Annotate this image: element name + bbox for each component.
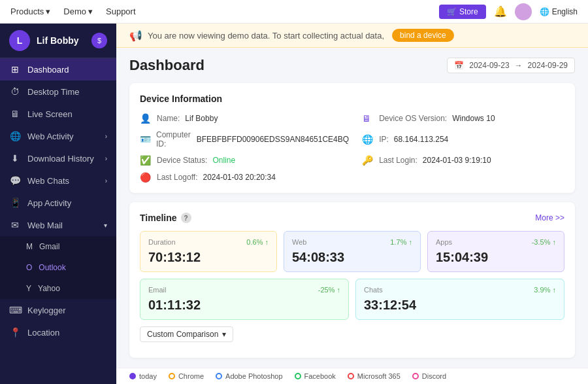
last-login-row: 🔑 Last Login: 2024-01-03 9:19:10	[362, 155, 564, 166]
sidebar-username: Lif Bobby	[37, 35, 79, 46]
nav-support[interactable]: Support	[106, 7, 136, 16]
computer-id-row: 🪪 Computer ID: BFEBFBFFD00906EDSS9AN8465…	[140, 130, 349, 148]
chat-icon: 💬	[9, 175, 21, 186]
date-range-picker[interactable]: 📅 2024-09-23 → 2024-09-29	[447, 58, 575, 73]
timeline-card-web: Web 1.7% ↑ 54:08:33	[284, 231, 421, 272]
chevron-right-icon: ›	[105, 155, 107, 162]
status-icon: ✅	[140, 155, 152, 166]
location-icon: 📍	[9, 327, 21, 338]
legend-adobe: Adobe Photoshop	[216, 372, 282, 380]
avatar[interactable]	[515, 3, 532, 20]
monitor-icon: 🖥	[362, 113, 374, 124]
clock-icon: ⏱	[9, 86, 21, 97]
timeline-card-apps: Apps -3.5% ↑ 15:04:39	[427, 231, 564, 272]
sidebar-item-web-activity[interactable]: 🌐 Web Activity ›	[0, 125, 116, 147]
comparison-row: Custom Comparison ▾	[140, 326, 564, 347]
timeline-header: Timeline ? More >>	[140, 213, 564, 223]
device-name-row: 👤 Name: Lif Bobby	[140, 113, 349, 124]
bind-device-button[interactable]: bind a device	[392, 29, 454, 42]
device-info-grid: 👤 Name: Lif Bobby 🖥 Device OS Version: W…	[140, 113, 564, 183]
id-icon: 🪪	[140, 134, 151, 145]
store-button[interactable]: 🛒 Store	[439, 5, 486, 19]
timeline-grid-top: Duration 0.6% ↑ 70:13:12 Web 1.7% ↑ 54:0…	[140, 231, 564, 272]
sidebar-item-label: Web Mail	[27, 220, 63, 230]
timeline-grid-bottom: Email -25% ↑ 01:11:32 Chats 3.9% ↑ 33:12…	[140, 279, 564, 320]
megaphone-icon: 📢	[129, 29, 142, 42]
sidebar: L Lif Bobby $ ⊞ Dashboard ⏱ Desktop Time…	[0, 24, 116, 384]
sidebar-item-outlook[interactable]: O Outlook	[0, 257, 116, 278]
sidebar-item-label: Download History	[27, 154, 94, 164]
legend-discord: Discord	[412, 372, 446, 380]
sidebar-item-label: Gmail	[39, 242, 59, 251]
device-os-row: 🖥 Device OS Version: Windows 10	[362, 113, 564, 124]
legend-dot-today	[129, 373, 136, 379]
sidebar-item-app-activity[interactable]: 📱 App Activity	[0, 192, 116, 214]
globe-icon: 🌐	[540, 7, 549, 16]
custom-comparison-dropdown[interactable]: Custom Comparison ▾	[140, 326, 233, 342]
notification-icon[interactable]: 🔔	[494, 5, 507, 18]
nav-products[interactable]: Products ▾	[10, 7, 50, 16]
more-link[interactable]: More >>	[535, 213, 564, 222]
date-to: 2024-09-29	[528, 61, 568, 70]
sidebar-item-label: Dashboard	[27, 65, 69, 75]
mail-icon: ✉	[9, 220, 21, 230]
globe-icon: 🌐	[9, 131, 21, 141]
user-icon: 👤	[140, 113, 152, 124]
dashboard-header: Dashboard 📅 2024-09-23 → 2024-09-29	[129, 57, 575, 74]
top-navigation: Products ▾ Demo ▾ Support 🛒 Store 🔔 🌐 En…	[0, 0, 588, 24]
sidebar-item-download-history[interactable]: ⬇ Download History ›	[0, 147, 116, 169]
chevron-down-icon: ▾	[46, 7, 50, 16]
sidebar-logo-icon: $	[91, 33, 107, 48]
ip-icon: 🌐	[362, 134, 374, 145]
sidebar-item-desktop-time[interactable]: ⏱ Desktop Time	[0, 80, 116, 103]
sidebar-item-label: Live Screen	[27, 109, 73, 119]
legend-microsoft: Microsoft 365	[348, 372, 400, 380]
nav-demo[interactable]: Demo ▾	[63, 7, 93, 16]
chevron-down-icon: ▾	[104, 222, 107, 229]
legend-facebook: Facebook	[295, 372, 336, 380]
sidebar-item-web-chats[interactable]: 💬 Web Chats ›	[0, 169, 116, 192]
sidebar-item-location[interactable]: 📍 Location	[0, 321, 116, 343]
sidebar-item-label: Web Activity	[27, 131, 74, 141]
last-logoff-row: 🔴 Last Logoff: 2024-01-03 20:20:34	[140, 172, 349, 183]
app-icon: 📱	[9, 198, 21, 208]
yahoo-icon: Y	[26, 284, 31, 293]
chevron-down-icon: ▾	[222, 330, 226, 339]
sidebar-item-label: Yahoo	[38, 284, 60, 293]
outlook-icon: O	[26, 263, 32, 272]
language-selector[interactable]: 🌐 English	[540, 7, 578, 16]
login-icon: 🔑	[362, 155, 374, 166]
timeline-card-email: Email -25% ↑ 01:11:32	[140, 279, 349, 320]
device-status-row: ✅ Device Status: Online	[140, 155, 349, 166]
legend-dot-microsoft	[348, 373, 354, 379]
ip-row: 🌐 IP: 68.164.113.254	[362, 130, 564, 148]
chevron-right-icon: ›	[105, 133, 107, 140]
sidebar-logo: L Lif Bobby $	[0, 24, 116, 58]
sidebar-item-gmail[interactable]: M Gmail	[0, 236, 116, 257]
web-mail-submenu: M Gmail O Outlook Y Yahoo	[0, 236, 116, 299]
sidebar-item-live-screen[interactable]: 🖥 Live Screen	[0, 103, 116, 125]
keyboard-icon: ⌨	[9, 305, 21, 315]
chevron-right-icon: ›	[105, 177, 107, 184]
timeline-card-chats: Chats 3.9% ↑ 33:12:54	[355, 279, 564, 320]
monitor-icon: 🖥	[9, 109, 21, 119]
sidebar-item-label: Outlook	[39, 263, 65, 272]
timeline-title: Timeline ?	[140, 213, 191, 223]
gmail-icon: M	[26, 242, 33, 251]
sidebar-item-keylogger[interactable]: ⌨ Keylogger	[0, 299, 116, 321]
sidebar-item-yahoo[interactable]: Y Yahoo	[0, 278, 116, 299]
sidebar-item-dashboard[interactable]: ⊞ Dashboard	[0, 58, 116, 80]
sidebar-item-web-mail[interactable]: ✉ Web Mail ▾	[0, 214, 116, 236]
sidebar-item-label: Desktop Time	[27, 87, 79, 97]
legend-dot-discord	[412, 373, 419, 379]
help-icon[interactable]: ?	[181, 213, 191, 223]
top-nav-right: 🛒 Store 🔔 🌐 English	[439, 3, 578, 20]
main-layout: L Lif Bobby $ ⊞ Dashboard ⏱ Desktop Time…	[0, 24, 588, 384]
date-from: 2024-09-23	[469, 61, 509, 70]
top-nav-left: Products ▾ Demo ▾ Support	[10, 7, 136, 16]
sidebar-item-label: App Activity	[27, 198, 71, 208]
banner-text: You are now viewing demo data. To start …	[148, 31, 384, 41]
legend-dot-adobe	[216, 373, 222, 379]
comparison-label: Custom Comparison	[147, 330, 218, 339]
page-title: Dashboard	[129, 57, 204, 74]
